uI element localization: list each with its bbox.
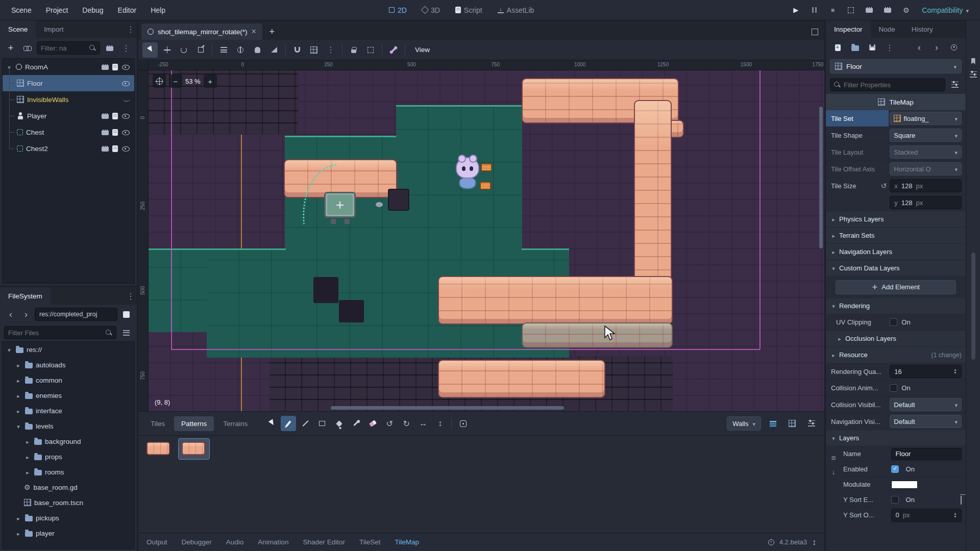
workspace-3d-button[interactable]: 3D <box>416 3 446 17</box>
ysort-checkbox[interactable] <box>891 496 899 504</box>
collapse-icon[interactable] <box>24 468 31 476</box>
pause-button[interactable] <box>806 3 822 17</box>
picker-tool-button[interactable] <box>348 416 363 431</box>
modulate-color-swatch[interactable] <box>891 481 918 489</box>
menu-project[interactable]: Project <box>40 3 75 17</box>
menu-scene[interactable]: Scene <box>5 3 38 17</box>
new-resource-button[interactable] <box>831 41 844 54</box>
menu-debug[interactable]: Debug <box>76 3 109 17</box>
property-filter-input[interactable] <box>844 81 941 89</box>
play-button[interactable] <box>788 3 803 17</box>
history-button[interactable] <box>947 41 961 54</box>
fs-item-base-room-gd[interactable]: base_room.gd <box>3 480 134 495</box>
revert-icon[interactable] <box>881 182 887 190</box>
spinner-icon[interactable] <box>953 512 957 518</box>
eye-closed-icon[interactable] <box>123 97 130 102</box>
center-view-button[interactable] <box>153 74 166 88</box>
add-node-button[interactable] <box>4 41 17 55</box>
move-layer-down-icon[interactable] <box>832 468 836 476</box>
rotate-tool-button[interactable] <box>176 42 191 58</box>
fs-item-res[interactable]: res:// <box>3 342 134 357</box>
script-icon[interactable] <box>112 113 118 119</box>
fs-item-pickups[interactable]: pickups <box>3 510 134 525</box>
distraction-free-button[interactable] <box>808 25 821 38</box>
collapse-icon[interactable] <box>15 529 22 537</box>
tab-inspector[interactable]: Inspector <box>826 20 871 38</box>
fs-item-interface[interactable]: interface <box>3 403 134 418</box>
class-section-header[interactable]: TileMap <box>826 94 966 110</box>
script-icon[interactable] <box>112 129 118 136</box>
group-occlusion-layers[interactable]: Occlusion Layers <box>826 331 966 347</box>
scene-node-chest[interactable]: Chest <box>3 124 134 140</box>
collapse-icon[interactable] <box>15 407 22 415</box>
scene-options-icon[interactable] <box>119 41 133 55</box>
expand-bottom-panel-icon[interactable] <box>812 538 816 547</box>
scene-tab-active[interactable]: shot_tilemap_mirror_rotate(*) <box>141 23 262 40</box>
zoom-in-button[interactable] <box>204 74 217 88</box>
uv-clipping-checkbox[interactable] <box>890 318 897 326</box>
eye-icon[interactable] <box>121 129 130 136</box>
flip-vertical-button[interactable] <box>432 416 448 431</box>
remote-debug-button[interactable] <box>898 3 914 17</box>
options-icon[interactable] <box>970 71 977 78</box>
group-resource[interactable]: Resource(1 change) <box>826 347 966 363</box>
scene-node-rooma[interactable]: RoomA <box>3 59 134 75</box>
viewport-canvas[interactable]: 53 % (9, 8) <box>149 70 824 411</box>
toggle-split-mode-button[interactable] <box>119 308 133 321</box>
tilemap-settings-button[interactable] <box>804 416 819 431</box>
fs-item-autoloads[interactable]: autoloads <box>3 357 134 372</box>
scene-node-chest2[interactable]: Chest2 <box>3 140 134 157</box>
scene-node-invisiblewalls[interactable]: InvisibleWalls <box>3 91 134 108</box>
forward-button[interactable] <box>19 308 33 321</box>
dock-menu-icon[interactable] <box>125 20 137 38</box>
layer-enabled-checkbox[interactable] <box>891 465 899 473</box>
panel-audio[interactable]: Audio <box>226 538 244 546</box>
movie-icon[interactable] <box>102 146 109 152</box>
pin-icon[interactable] <box>971 58 975 64</box>
tile-offset-axis-dropdown[interactable]: Horizontal O <box>890 162 962 176</box>
stop-button[interactable] <box>825 3 840 17</box>
selection-tool-button[interactable] <box>264 416 279 431</box>
layer-name-field[interactable]: Floor <box>891 448 962 460</box>
resource-options-button[interactable] <box>883 41 896 54</box>
tab-history[interactable]: History <box>903 20 941 38</box>
collapse-icon[interactable] <box>24 453 31 461</box>
workspace-script-button[interactable]: Script <box>449 3 488 17</box>
fs-item-player[interactable]: player <box>3 525 134 541</box>
zoom-level[interactable]: 53 % <box>185 78 201 85</box>
navigation-visibility-dropdown[interactable]: Default <box>890 415 962 428</box>
delete-layer-icon[interactable] <box>961 496 962 505</box>
collapse-icon[interactable] <box>15 422 22 430</box>
fs-item-enemies[interactable]: enemies <box>3 388 134 403</box>
path-input[interactable] <box>39 311 113 318</box>
group-node-button[interactable] <box>363 42 378 58</box>
path-box[interactable] <box>35 308 117 321</box>
tile-layout-dropdown[interactable]: Stacked <box>890 145 962 159</box>
tile-set-dropdown[interactable]: floating_ <box>890 112 962 125</box>
panel-animation[interactable]: Animation <box>258 538 288 546</box>
script-icon[interactable] <box>112 64 118 70</box>
group-layers[interactable]: Layers <box>826 430 966 446</box>
collapse-icon[interactable] <box>15 391 22 399</box>
scale-tool-button[interactable] <box>193 42 208 58</box>
zoom-out-button[interactable] <box>169 74 182 88</box>
tab-tiles[interactable]: Tiles <box>143 416 172 431</box>
inspector-scrollbar[interactable] <box>971 253 975 360</box>
pan-tool-button[interactable] <box>250 42 265 58</box>
eye-icon[interactable] <box>121 112 130 119</box>
scene-node-floor[interactable]: Floor <box>3 75 134 91</box>
horizontal-scrollbar[interactable] <box>331 406 564 410</box>
history-back-button[interactable] <box>913 41 926 54</box>
movie-maker-button[interactable] <box>862 3 877 17</box>
menu-editor[interactable]: Editor <box>112 3 143 17</box>
collision-visibility-dropdown[interactable]: Default <box>890 398 962 411</box>
group-rendering[interactable]: Rendering <box>826 298 966 314</box>
tile-size-x-field[interactable]: x 128 px <box>890 179 962 192</box>
collapse-icon[interactable] <box>6 345 13 354</box>
group-physics-layers[interactable]: Physics Layers <box>826 211 966 228</box>
instance-scene-button[interactable] <box>20 41 34 55</box>
pattern-thumbnail[interactable] <box>146 442 170 455</box>
pattern-thumbnail-selected[interactable] <box>178 438 210 460</box>
tab-node[interactable]: Node <box>871 20 903 38</box>
file-filter-box[interactable] <box>4 326 116 339</box>
